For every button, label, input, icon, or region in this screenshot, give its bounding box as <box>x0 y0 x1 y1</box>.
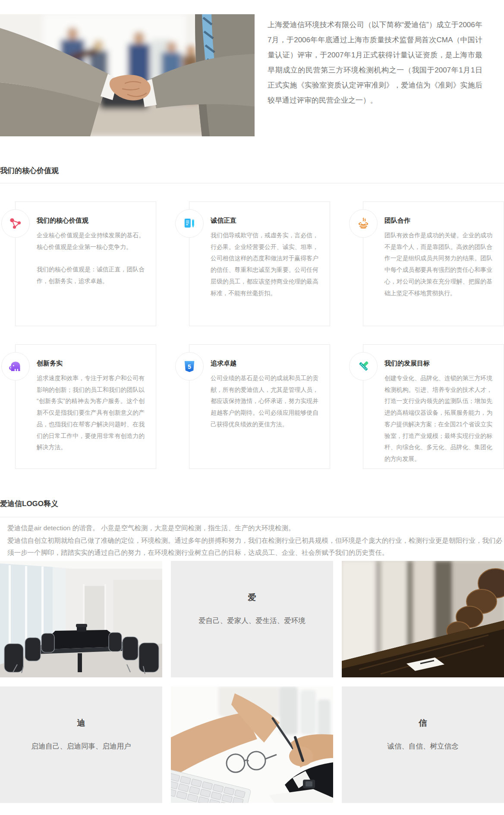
share-icon <box>9 217 22 230</box>
value-card-development-goals: 我们的发展目标 创建专业化、品牌化、连锁的第三方环境检测机构。引进、培养专业的技… <box>363 344 504 469</box>
svg-text:5: 5 <box>188 363 191 370</box>
company-intro-paragraph: 上海爱迪信环境技术有限公司（以下简称“爱迪信”）成立于2006年7月，于2006… <box>268 17 482 108</box>
logo-tile-trust: 信 诚信、自信、树立信念 <box>342 686 504 803</box>
card-paragraph: 企业核心价值观是企业持续发展的基石。核心价值观是企业第一核心竞争力。 <box>37 230 145 253</box>
tile-body: 爱自己、爱家人、爱生活、爱环境 <box>171 615 333 626</box>
card-icon-badge <box>349 209 378 238</box>
card-title: 团队合作 <box>384 217 492 224</box>
logo-paragraph: 爱迪信自创立初期就给自己做了准确的定位，环境检测。通过多年的拼搏和努力，我们在检… <box>7 535 504 559</box>
logo-explanation: 爱迪信是air detection 的谐音。 小意是空气检测，大意是空间检测，指… <box>7 522 504 559</box>
meeting-room-photo <box>0 561 162 677</box>
card-title: 我们的核心价值观 <box>37 217 145 224</box>
card-title: 创新务实 <box>37 359 145 367</box>
card-paragraph: 公司业绩的基石是公司的成就和员工的贡献，所有的爱迪信人，尤其是管理人员，都应该保… <box>211 373 318 431</box>
value-card-integrity: 诚信正直 我们倡导戒欺守信，戒虚务实，言必信，行必果。企业经营要公开、诚实、坦率… <box>189 201 330 326</box>
card-paragraph: 我们倡导戒欺守信，戒虚务实，言必信，行必果。企业经营要公开、诚实、坦率，公司相信… <box>211 230 318 299</box>
logo-tiles-row-2: 迪 启迪自己、启迪同事、启迪用户 <box>0 686 504 803</box>
tile-heading: 爱 <box>171 592 333 603</box>
card-paragraph: 创建专业化、品牌化、连锁的第三方环境检测机构。引进、培养专业的技术人才，打造一支… <box>384 373 492 465</box>
value-card-core-values: 我们的核心价值观 企业核心价值观是企业持续发展的基石。核心价值观是企业第一核心竞… <box>15 201 156 326</box>
handshake-photo-svg <box>0 14 255 136</box>
value-cards-row-2: 创新务实 追求速度和效率，专注于对客户和公司有影响的创新；我们的员工和我们的团队… <box>15 344 504 469</box>
logo-paragraph: 爱迪信是air detection 的谐音。 小意是空气检测，大意是空间检测，指… <box>7 522 504 535</box>
section-title-logo: 爱迪信LOGO释义 <box>0 500 58 508</box>
card-icon-badge <box>349 352 378 381</box>
section-title-values: 我们的核心价值观 <box>0 167 59 175</box>
elephant-icon <box>9 359 22 373</box>
value-card-excellence: 5 追求卓越 公司业绩的基石是公司的成就和员工的贡献，所有的爱迪信人，尤其是管理… <box>189 344 330 469</box>
card-icon-badge <box>1 209 30 238</box>
tile-heading: 迪 <box>0 717 162 729</box>
tile-body: 启迪自己、启迪同事、启迪用户 <box>0 741 162 751</box>
value-card-teamwork: 团队合作 团队有效合作是成功的关键。企业的成功不是靠个人，而是靠团队。高效的团队… <box>363 201 504 326</box>
html5-shield-icon: 5 <box>183 360 196 373</box>
card-icon-badge: 5 <box>175 352 204 381</box>
logo-tile-inspire: 迪 启迪自己、启迪同事、启迪用户 <box>0 686 162 803</box>
conference-table-photo-svg <box>342 561 504 677</box>
crossed-tools-icon <box>357 360 370 373</box>
card-paragraph: 我们的核心价值观是：诚信正直，团队合作，创新务实，追求卓越。 <box>37 264 145 287</box>
card-paragraph: 团队有效合作是成功的关键。企业的成功不是靠个人，而是靠团队。高效的团队合作一定是… <box>384 230 492 299</box>
about-page: 上海爱迪信环境技术有限公司（以下简称“爱迪信”）成立于2006年7月，于2006… <box>0 0 504 815</box>
value-card-innovation: 创新务实 追求速度和效率，专注于对客户和公司有影响的创新；我们的员工和我们的团队… <box>15 344 156 469</box>
notebook-pencil-icon <box>183 217 196 230</box>
card-title: 诚信正直 <box>211 217 318 224</box>
card-title: 追求卓越 <box>211 359 318 367</box>
conference-table-photo <box>342 561 504 677</box>
card-icon-badge <box>1 352 30 381</box>
meeting-room-photo-svg <box>0 561 162 677</box>
logo-tiles-row-1: 爱 爱自己、爱家人、爱生活、爱环境 <box>0 561 504 677</box>
card-icon-badge <box>175 209 204 238</box>
value-cards-row-1: 我们的核心价值观 企业核心价值观是企业持续发展的基石。核心价值观是企业第一核心竞… <box>15 201 504 326</box>
logo-tile-love: 爱 爱自己、爱家人、爱生活、爱环境 <box>171 561 333 677</box>
handshake-photo <box>0 14 255 136</box>
card-paragraph: 追求速度和效率，专注于对客户和公司有影响的创新；我们的员工和我们的团队以“创新务… <box>37 373 145 453</box>
business-hands-photo-svg <box>171 686 333 803</box>
card-title: 我们的发展目标 <box>384 359 492 367</box>
tile-body: 诚信、自信、树立信念 <box>342 741 504 751</box>
tile-heading: 信 <box>342 717 504 729</box>
divider <box>0 517 504 517</box>
business-hands-photo <box>171 686 333 803</box>
java-cup-icon <box>357 217 370 230</box>
divider <box>0 183 504 183</box>
